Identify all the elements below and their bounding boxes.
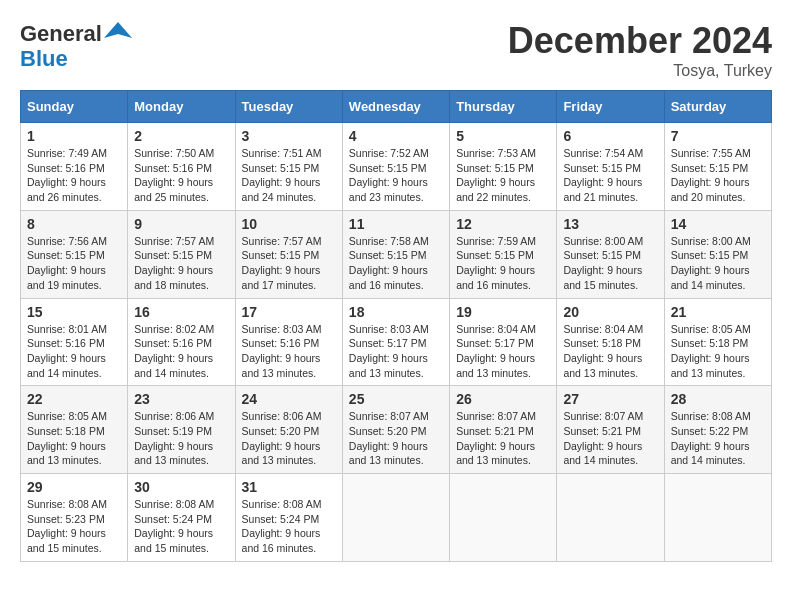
day-info: Sunrise: 7:56 AM Sunset: 5:15 PM Dayligh… (27, 234, 121, 293)
week-row-5: 29Sunrise: 8:08 AM Sunset: 5:23 PM Dayli… (21, 474, 772, 562)
calendar-table: SundayMondayTuesdayWednesdayThursdayFrid… (20, 90, 772, 562)
calendar-cell: 26Sunrise: 8:07 AM Sunset: 5:21 PM Dayli… (450, 386, 557, 474)
day-number: 8 (27, 216, 121, 232)
calendar-cell (557, 474, 664, 562)
day-number: 21 (671, 304, 765, 320)
day-info: Sunrise: 7:57 AM Sunset: 5:15 PM Dayligh… (242, 234, 336, 293)
day-number: 26 (456, 391, 550, 407)
day-info: Sunrise: 8:01 AM Sunset: 5:16 PM Dayligh… (27, 322, 121, 381)
day-number: 12 (456, 216, 550, 232)
calendar-cell: 2Sunrise: 7:50 AM Sunset: 5:16 PM Daylig… (128, 123, 235, 211)
calendar-cell (664, 474, 771, 562)
day-info: Sunrise: 8:00 AM Sunset: 5:15 PM Dayligh… (563, 234, 657, 293)
calendar-cell: 23Sunrise: 8:06 AM Sunset: 5:19 PM Dayli… (128, 386, 235, 474)
day-number: 29 (27, 479, 121, 495)
day-number: 27 (563, 391, 657, 407)
calendar-cell: 5Sunrise: 7:53 AM Sunset: 5:15 PM Daylig… (450, 123, 557, 211)
day-number: 22 (27, 391, 121, 407)
calendar-cell: 22Sunrise: 8:05 AM Sunset: 5:18 PM Dayli… (21, 386, 128, 474)
day-info: Sunrise: 8:06 AM Sunset: 5:20 PM Dayligh… (242, 409, 336, 468)
day-number: 2 (134, 128, 228, 144)
day-number: 5 (456, 128, 550, 144)
day-info: Sunrise: 8:03 AM Sunset: 5:16 PM Dayligh… (242, 322, 336, 381)
calendar-cell: 24Sunrise: 8:06 AM Sunset: 5:20 PM Dayli… (235, 386, 342, 474)
day-info: Sunrise: 7:49 AM Sunset: 5:16 PM Dayligh… (27, 146, 121, 205)
weekday-header-tuesday: Tuesday (235, 91, 342, 123)
calendar-cell: 25Sunrise: 8:07 AM Sunset: 5:20 PM Dayli… (342, 386, 449, 474)
day-info: Sunrise: 8:00 AM Sunset: 5:15 PM Dayligh… (671, 234, 765, 293)
calendar-cell: 4Sunrise: 7:52 AM Sunset: 5:15 PM Daylig… (342, 123, 449, 211)
weekday-header-monday: Monday (128, 91, 235, 123)
weekday-header-thursday: Thursday (450, 91, 557, 123)
day-number: 14 (671, 216, 765, 232)
location-text: Tosya, Turkey (508, 62, 772, 80)
calendar-cell: 7Sunrise: 7:55 AM Sunset: 5:15 PM Daylig… (664, 123, 771, 211)
day-info: Sunrise: 7:50 AM Sunset: 5:16 PM Dayligh… (134, 146, 228, 205)
day-number: 19 (456, 304, 550, 320)
logo-general-text: General (20, 23, 102, 45)
day-number: 1 (27, 128, 121, 144)
day-number: 7 (671, 128, 765, 144)
day-info: Sunrise: 8:08 AM Sunset: 5:24 PM Dayligh… (242, 497, 336, 556)
calendar-cell: 13Sunrise: 8:00 AM Sunset: 5:15 PM Dayli… (557, 210, 664, 298)
week-row-3: 15Sunrise: 8:01 AM Sunset: 5:16 PM Dayli… (21, 298, 772, 386)
calendar-cell: 29Sunrise: 8:08 AM Sunset: 5:23 PM Dayli… (21, 474, 128, 562)
day-info: Sunrise: 8:03 AM Sunset: 5:17 PM Dayligh… (349, 322, 443, 381)
day-info: Sunrise: 8:04 AM Sunset: 5:17 PM Dayligh… (456, 322, 550, 381)
calendar-cell (450, 474, 557, 562)
calendar-cell: 21Sunrise: 8:05 AM Sunset: 5:18 PM Dayli… (664, 298, 771, 386)
day-info: Sunrise: 8:07 AM Sunset: 5:20 PM Dayligh… (349, 409, 443, 468)
day-info: Sunrise: 7:59 AM Sunset: 5:15 PM Dayligh… (456, 234, 550, 293)
day-info: Sunrise: 7:52 AM Sunset: 5:15 PM Dayligh… (349, 146, 443, 205)
logo-bird-icon (104, 20, 132, 48)
day-info: Sunrise: 8:05 AM Sunset: 5:18 PM Dayligh… (27, 409, 121, 468)
calendar-cell: 28Sunrise: 8:08 AM Sunset: 5:22 PM Dayli… (664, 386, 771, 474)
day-number: 4 (349, 128, 443, 144)
day-number: 11 (349, 216, 443, 232)
calendar-cell: 17Sunrise: 8:03 AM Sunset: 5:16 PM Dayli… (235, 298, 342, 386)
calendar-cell (342, 474, 449, 562)
month-title: December 2024 (508, 20, 772, 62)
day-number: 10 (242, 216, 336, 232)
day-info: Sunrise: 8:08 AM Sunset: 5:22 PM Dayligh… (671, 409, 765, 468)
day-number: 6 (563, 128, 657, 144)
day-info: Sunrise: 7:54 AM Sunset: 5:15 PM Dayligh… (563, 146, 657, 205)
day-info: Sunrise: 8:08 AM Sunset: 5:24 PM Dayligh… (134, 497, 228, 556)
calendar-cell: 8Sunrise: 7:56 AM Sunset: 5:15 PM Daylig… (21, 210, 128, 298)
calendar-cell: 20Sunrise: 8:04 AM Sunset: 5:18 PM Dayli… (557, 298, 664, 386)
day-number: 18 (349, 304, 443, 320)
day-number: 9 (134, 216, 228, 232)
day-info: Sunrise: 7:57 AM Sunset: 5:15 PM Dayligh… (134, 234, 228, 293)
weekday-header-row: SundayMondayTuesdayWednesdayThursdayFrid… (21, 91, 772, 123)
calendar-cell: 10Sunrise: 7:57 AM Sunset: 5:15 PM Dayli… (235, 210, 342, 298)
day-info: Sunrise: 8:07 AM Sunset: 5:21 PM Dayligh… (563, 409, 657, 468)
week-row-4: 22Sunrise: 8:05 AM Sunset: 5:18 PM Dayli… (21, 386, 772, 474)
day-number: 20 (563, 304, 657, 320)
calendar-cell: 19Sunrise: 8:04 AM Sunset: 5:17 PM Dayli… (450, 298, 557, 386)
logo-blue-text: Blue (20, 46, 68, 71)
day-number: 17 (242, 304, 336, 320)
calendar-cell: 30Sunrise: 8:08 AM Sunset: 5:24 PM Dayli… (128, 474, 235, 562)
calendar-cell: 9Sunrise: 7:57 AM Sunset: 5:15 PM Daylig… (128, 210, 235, 298)
day-number: 31 (242, 479, 336, 495)
title-area: December 2024 Tosya, Turkey (508, 20, 772, 80)
weekday-header-friday: Friday (557, 91, 664, 123)
calendar-cell: 12Sunrise: 7:59 AM Sunset: 5:15 PM Dayli… (450, 210, 557, 298)
logo: General Blue (20, 20, 132, 70)
day-number: 28 (671, 391, 765, 407)
day-info: Sunrise: 8:05 AM Sunset: 5:18 PM Dayligh… (671, 322, 765, 381)
day-info: Sunrise: 7:58 AM Sunset: 5:15 PM Dayligh… (349, 234, 443, 293)
day-number: 3 (242, 128, 336, 144)
calendar-cell: 31Sunrise: 8:08 AM Sunset: 5:24 PM Dayli… (235, 474, 342, 562)
calendar-cell: 15Sunrise: 8:01 AM Sunset: 5:16 PM Dayli… (21, 298, 128, 386)
weekday-header-wednesday: Wednesday (342, 91, 449, 123)
weekday-header-sunday: Sunday (21, 91, 128, 123)
day-info: Sunrise: 8:08 AM Sunset: 5:23 PM Dayligh… (27, 497, 121, 556)
day-info: Sunrise: 8:02 AM Sunset: 5:16 PM Dayligh… (134, 322, 228, 381)
calendar-cell: 3Sunrise: 7:51 AM Sunset: 5:15 PM Daylig… (235, 123, 342, 211)
day-info: Sunrise: 7:53 AM Sunset: 5:15 PM Dayligh… (456, 146, 550, 205)
day-number: 23 (134, 391, 228, 407)
week-row-1: 1Sunrise: 7:49 AM Sunset: 5:16 PM Daylig… (21, 123, 772, 211)
calendar-cell: 6Sunrise: 7:54 AM Sunset: 5:15 PM Daylig… (557, 123, 664, 211)
day-info: Sunrise: 7:55 AM Sunset: 5:15 PM Dayligh… (671, 146, 765, 205)
